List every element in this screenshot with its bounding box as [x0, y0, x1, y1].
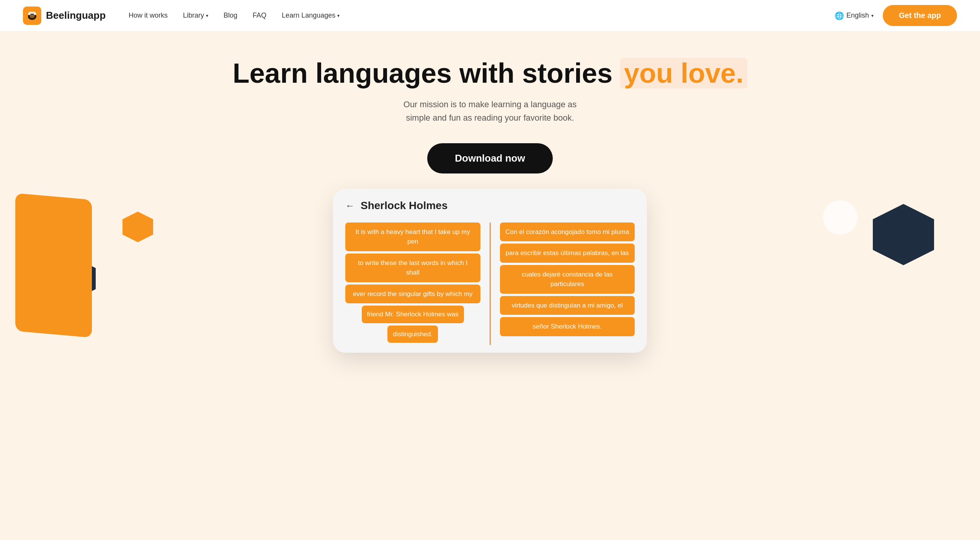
- spanish-line-2: para escribir estas últimas palabras, en…: [500, 244, 635, 263]
- hero-title: Learn languages with stories you love.: [15, 58, 965, 88]
- hex-orange-right-tall: [15, 193, 92, 337]
- english-text-column: It is with a heavy heart that I take up …: [345, 223, 488, 345]
- spanish-line-5: señor Sherlock Holmes.: [500, 317, 635, 336]
- spanish-line-4: virtudes que distinguían a mi amigo, el: [500, 296, 635, 315]
- navigation: Beelinguapp How it works Library ▾ Blog …: [0, 0, 980, 31]
- phone-mockup: ← Sherlock Holmes It is with a heavy hea…: [333, 189, 647, 353]
- hex-orange-small: [122, 212, 153, 242]
- nav-links: How it works Library ▾ Blog FAQ Learn La…: [129, 11, 835, 20]
- language-selector[interactable]: 🌐 English ▾: [835, 11, 874, 20]
- get-app-button[interactable]: Get the app: [883, 5, 957, 26]
- text-columns: It is with a heavy heart that I take up …: [345, 223, 635, 345]
- spanish-line-3: cuales dejaré constancia de las particul…: [500, 265, 635, 294]
- english-line-3: ever record the singular gifts by which …: [345, 285, 480, 304]
- nav-faq[interactable]: FAQ: [253, 11, 266, 20]
- text-divider: [490, 223, 491, 345]
- hero-section: Learn languages with stories you love. O…: [0, 31, 980, 403]
- english-line-1: It is with a heavy heart that I take up …: [345, 223, 480, 251]
- spanish-text-column: Con el corazón acongojado tomo mi pluma …: [492, 223, 635, 345]
- phone-title: Sherlock Holmes: [361, 200, 448, 212]
- logo[interactable]: Beelinguapp: [23, 7, 106, 25]
- learn-languages-chevron-icon: ▾: [337, 13, 340, 18]
- english-line-5: distinguished.: [387, 326, 438, 343]
- language-chevron-icon: ▾: [871, 13, 874, 18]
- svg-point-8: [33, 13, 34, 15]
- bee-logo-icon: [23, 7, 41, 25]
- circle-white: [823, 200, 858, 235]
- svg-point-7: [31, 13, 32, 15]
- english-line-2: to write these the last words in which I…: [345, 254, 480, 282]
- phone-header: ← Sherlock Holmes: [345, 200, 635, 212]
- nav-how-it-works[interactable]: How it works: [129, 11, 168, 20]
- nav-library[interactable]: Library ▾: [183, 11, 208, 20]
- spanish-line-1: Con el corazón acongojado tomo mi pluma: [500, 223, 635, 242]
- logo-text: Beelinguapp: [46, 10, 106, 21]
- download-now-button[interactable]: Download now: [427, 143, 552, 173]
- library-chevron-icon: ▾: [206, 13, 208, 18]
- english-line-4: friend Mr. Sherlock Holmes was: [362, 306, 464, 323]
- nav-blog[interactable]: Blog: [224, 11, 237, 20]
- nav-right: 🌐 English ▾ Get the app: [835, 5, 957, 26]
- hex-dark-right: [873, 204, 934, 265]
- back-arrow-icon[interactable]: ←: [345, 200, 354, 211]
- globe-icon: 🌐: [835, 11, 844, 20]
- hero-subtitle: Our mission is to make learning a langua…: [360, 98, 620, 124]
- decorative-area: ← Sherlock Holmes It is with a heavy hea…: [15, 196, 965, 403]
- hero-title-highlight: you love.: [620, 58, 747, 88]
- nav-learn-languages[interactable]: Learn Languages ▾: [282, 11, 340, 20]
